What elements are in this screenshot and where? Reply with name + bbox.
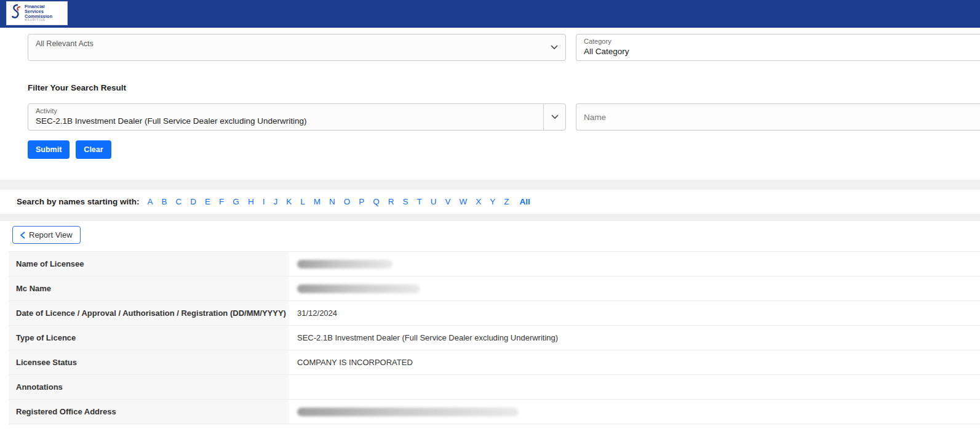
table-row: Date of Licence / Approval / Authorisati… (9, 301, 980, 326)
licensee-detail-table: Name of LicenseeMc NameDate of Licence /… (9, 251, 980, 424)
redacted-value (297, 260, 392, 268)
report-view-label: Report View (29, 230, 73, 240)
acts-category-row: All Relevant Acts Category All Category (0, 34, 980, 61)
redacted-value (297, 408, 519, 416)
letter-link-i[interactable]: I (263, 197, 265, 206)
form-actions: Submit Clear (28, 140, 980, 180)
letter-link-all[interactable]: All (520, 197, 530, 206)
letter-link-e[interactable]: E (205, 197, 210, 206)
top-navbar: Financial Services Commission MAURITIUS (0, 0, 980, 28)
row-value: SEC-2.1B Investment Dealer (Full Service… (289, 326, 980, 350)
row-label: Date of Licence / Approval / Authorisati… (9, 301, 289, 326)
table-row: Licensee StatusCOMPANY IS INCORPORATED (9, 350, 980, 375)
relevant-acts-select[interactable]: All Relevant Acts (28, 34, 566, 61)
letter-link-v[interactable]: V (445, 197, 450, 206)
row-label: Type of Licence (9, 326, 289, 350)
letter-link-c[interactable]: C (176, 197, 182, 206)
letter-link-g[interactable]: G (233, 197, 239, 206)
activity-name-row: Activity SEC-2.1B Investment Dealer (Ful… (0, 103, 980, 131)
fsc-logo-icon (9, 3, 23, 24)
clear-button[interactable]: Clear (76, 140, 111, 159)
row-value (289, 276, 980, 301)
search-section: All Relevant Acts Category All Category … (0, 28, 980, 180)
letter-link-r[interactable]: R (388, 197, 394, 206)
row-label: Annotations (9, 375, 289, 400)
report-table-body: Name of LicenseeMc NameDate of Licence /… (9, 252, 980, 424)
letter-link-s[interactable]: S (402, 197, 408, 206)
row-value (289, 375, 980, 400)
fsc-logo-text: Financial Services Commission MAURITIUS (25, 4, 52, 22)
activity-select[interactable]: Activity SEC-2.1B Investment Dealer (Ful… (28, 103, 566, 131)
letter-link-t[interactable]: T (416, 197, 421, 206)
row-value: 31/12/2024 (289, 301, 980, 326)
letter-link-o[interactable]: O (344, 197, 351, 206)
letter-link-x[interactable]: X (476, 197, 481, 206)
chevron-down-icon[interactable] (543, 104, 565, 130)
letter-link-d[interactable]: D (190, 197, 196, 206)
letter-link-a[interactable]: A (148, 197, 153, 206)
table-row: Mc Name (9, 276, 980, 301)
letter-link-k[interactable]: K (286, 197, 292, 206)
row-label: Name of Licensee (9, 252, 289, 276)
letter-link-p[interactable]: P (359, 197, 364, 206)
chevron-left-icon (20, 232, 25, 239)
alphabet-nav: Search by names starting with: ABCDEFGHI… (0, 190, 980, 214)
row-label: Licensee Status (9, 350, 289, 375)
letter-link-n[interactable]: N (329, 197, 335, 206)
submit-button[interactable]: Submit (28, 140, 70, 159)
activity-label: Activity (36, 107, 57, 115)
row-value (289, 400, 980, 424)
fsc-logo[interactable]: Financial Services Commission MAURITIUS (6, 1, 68, 25)
section-divider (0, 214, 980, 221)
redacted-value (297, 284, 420, 293)
row-label: Registered Office Address (9, 400, 289, 424)
row-label: Mc Name (9, 276, 289, 301)
table-row: Registered Office Address (9, 400, 980, 424)
letter-link-q[interactable]: Q (373, 197, 380, 206)
letter-link-z[interactable]: Z (504, 197, 509, 206)
alphabet-nav-label: Search by names starting with: (17, 197, 140, 206)
letter-link-h[interactable]: H (248, 197, 254, 206)
alphabet-links: ABCDEFGHIJKLMNOPQRSTUVWXYZAll (143, 197, 535, 206)
name-input[interactable] (576, 103, 980, 131)
activity-value: SEC-2.1B Investment Dealer (Full Service… (36, 116, 306, 126)
table-row: Annotations (9, 375, 980, 400)
letter-link-f[interactable]: F (219, 197, 224, 206)
letter-link-j[interactable]: J (273, 197, 277, 206)
letter-link-u[interactable]: U (431, 197, 437, 206)
row-value: COMPANY IS INCORPORATED (289, 350, 980, 375)
report-section: Report View Name of LicenseeMc NameDate … (0, 221, 980, 424)
letter-link-w[interactable]: W (460, 197, 468, 206)
filter-heading: Filter Your Search Result (28, 83, 980, 92)
category-value: All Category (584, 47, 629, 56)
category-select[interactable]: Category All Category (576, 34, 980, 61)
report-view-back-button[interactable]: Report View (12, 226, 81, 244)
letter-link-y[interactable]: Y (490, 197, 495, 206)
relevant-acts-label: All Relevant Acts (36, 39, 94, 48)
category-label: Category (584, 38, 612, 45)
table-row: Name of Licensee (9, 252, 980, 276)
row-value (289, 252, 980, 276)
section-divider (0, 180, 980, 190)
chevron-down-icon[interactable] (543, 34, 565, 60)
letter-link-m[interactable]: M (314, 197, 321, 206)
table-row: Type of LicenceSEC-2.1B Investment Deale… (9, 326, 980, 350)
letter-link-l[interactable]: L (300, 197, 305, 206)
letter-link-b[interactable]: B (162, 197, 167, 206)
